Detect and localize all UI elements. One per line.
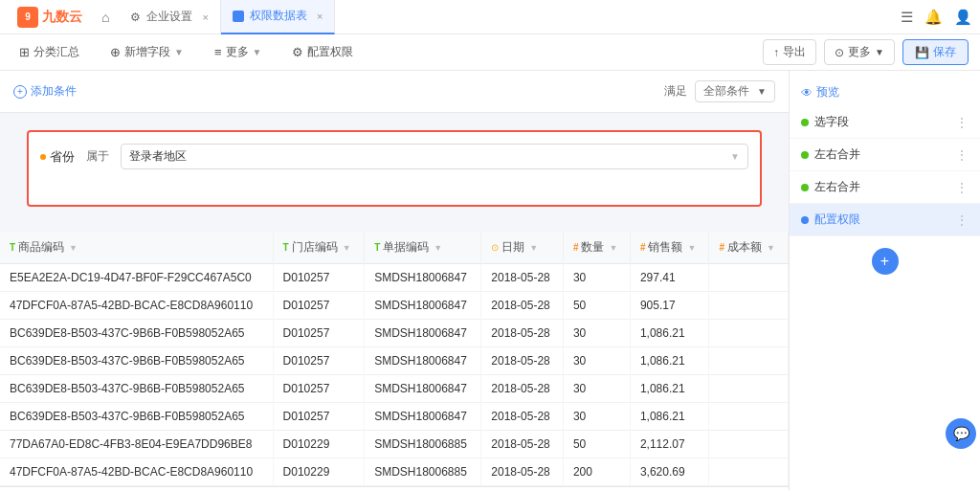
cell-r1-c5: 905.17 [630,292,709,320]
tab-permission[interactable]: 权限数据表 × [221,0,335,34]
add-condition-icon: + [13,85,27,99]
col-header-qty: # 数量 ▼ [563,232,630,264]
sort-icon-store[interactable]: ▼ [343,243,351,253]
tab-settings-icon: ⚙ [130,11,141,24]
sidebar-add-button[interactable]: + [872,248,899,275]
add-field-button[interactable]: ⊕ 新增字段 ▼ [102,40,191,64]
col-header-sales: # 销售额 ▼ [630,232,709,264]
bell-icon[interactable]: 🔔 [924,9,943,26]
add-condition-button[interactable]: + 添加条件 [13,83,77,100]
classify-icon: ⊞ [19,45,30,59]
col-type-icon-cost: # [719,242,724,253]
cell-r0-c1: D010257 [273,264,365,292]
preview-button[interactable]: 👁 预览 [790,78,980,106]
cell-r3-c0: BC639DE8-B503-437C-9B6B-F0B598052A65 [0,347,273,375]
cell-r7-c6 [709,458,789,486]
user-icon[interactable]: 👤 [954,9,972,26]
cell-r2-c0: BC639DE8-B503-437C-9B6B-F0B598052A65 [0,320,273,347]
chat-button[interactable]: 💬 [946,418,976,449]
more2-icon: ⊙ [835,46,844,59]
tab-permission-close[interactable]: × [317,11,323,22]
cell-r2-c1: D010257 [273,320,365,347]
preview-label: 预览 [816,84,839,100]
cell-r4-c1: D010257 [273,375,365,403]
more-label: 更多 [226,44,249,60]
sidebar-item-config-permission[interactable]: 配置权限 ⋮ [790,204,980,236]
col-type-icon-qty: # [573,242,579,253]
toolbar-more2-button[interactable]: ⊙ 更多 ▼ [824,39,895,65]
logo-text: 九数云 [42,9,82,26]
table-section: T 商品编码 ▼ T 门店编码 ▼ [0,232,789,486]
cell-r1-c4: 50 [563,292,630,320]
cell-r0-c0: E5EA2E2A-DC19-4D47-BF0F-F29CC467A5C0 [0,264,273,292]
table-row: 77DA67A0-ED8C-4FB3-8E04-E9EA7DD96BE8D010… [0,431,789,458]
save-label: 保存 [933,44,956,60]
sort-icon-order[interactable]: ▼ [434,243,442,253]
cell-r1-c1: D010257 [273,292,365,320]
sidebar-item-more[interactable]: ⋮ [955,212,969,228]
cell-r6-c3: 2018-05-28 [481,431,564,458]
col-type-icon-order: T [374,242,380,253]
sidebar-item-merge-lr-1[interactable]: 左右合并 ⋮ [790,139,980,171]
more-button[interactable]: ≡ 更多 ▼ [207,40,270,64]
col-label-order: 单据编码 [383,239,429,256]
cell-r6-c4: 50 [563,431,630,458]
sidebar-item-left: 左右合并 [801,179,860,195]
cell-r5-c4: 30 [563,403,630,431]
cell-r6-c2: SMDSH18006885 [365,431,481,458]
save-icon: 💾 [915,46,929,59]
col-label-product: 商品编码 [18,239,64,256]
cell-r4-c5: 1,086.21 [630,375,709,403]
sidebar-item-more[interactable]: ⋮ [955,115,969,130]
tab-settings[interactable]: ⚙ 企业设置 × [119,0,220,34]
sort-icon-cost[interactable]: ▼ [767,243,775,253]
table-row: 47DFCF0A-87A5-42BD-BCAC-E8CD8A960110D010… [0,292,789,320]
cell-r0-c5: 297.41 [630,264,709,292]
home-button[interactable]: ⌂ [92,10,119,25]
sidebar-panel: 👁 预览 选字段 ⋮ 左右合并 ⋮ 左右合并 ⋮ 配置权限 ⋮ + 💬 [789,71,980,491]
col-type-icon-date: ⊙ [491,242,499,253]
cell-r1-c2: SMDSH18006847 [365,292,481,320]
add-condition-label: 添加条件 [31,83,77,100]
sidebar-item-merge-lr-2[interactable]: 左右合并 ⋮ [790,171,980,204]
left-panel: + 添加条件 满足 全部条件 ▼ 省份 属于 [0,71,789,491]
condition-area: 省份 属于 登录者地区 ▼ [27,130,762,207]
sidebar-item-more[interactable]: ⋮ [955,147,969,163]
sort-icon-date[interactable]: ▼ [529,243,538,253]
sort-icon-product[interactable]: ▼ [69,243,78,253]
tab-settings-close[interactable]: × [202,11,208,23]
save-button[interactable]: 💾 保存 [902,39,969,65]
sidebar-dot [801,216,809,224]
config-icon: ⚙ [292,45,303,59]
sidebar-item-more[interactable]: ⋮ [955,180,969,195]
menu-icon[interactable]: ☰ [901,9,913,26]
cell-r4-c2: SMDSH18006847 [365,375,481,403]
condition-operator: 属于 [86,148,109,165]
export-label: 导出 [783,44,806,60]
logo: 9 九数云 [8,7,92,28]
sort-icon-qty[interactable]: ▼ [609,243,617,253]
export-button[interactable]: ↑ 导出 [763,39,816,65]
cell-r5-c5: 1,086.21 [630,403,709,431]
cell-r6-c5: 2,112.07 [630,431,709,458]
table-row: BC639DE8-B503-437C-9B6B-F0B598052A65D010… [0,403,789,431]
topbar: 9 九数云 ⌂ ⚙ 企业设置 × 权限数据表 × ☰ 🔔 👤 [0,0,980,34]
cell-r7-c3: 2018-05-28 [481,458,564,486]
cell-r7-c5: 3,620.69 [630,458,709,486]
data-table: T 商品编码 ▼ T 门店编码 ▼ [0,232,789,486]
add-field-label: 新增字段 [124,44,170,60]
col-label-sales: 销售额 [648,239,682,256]
cell-r1-c3: 2018-05-28 [481,292,564,320]
classify-button[interactable]: ⊞ 分类汇总 [11,40,87,64]
condition-value: 登录者地区 [129,148,187,165]
condition-value-select[interactable]: 登录者地区 ▼ [121,144,748,169]
cell-r5-c0: BC639DE8-B503-437C-9B6B-F0B598052A65 [0,403,273,431]
cell-r6-c1: D010229 [273,431,365,458]
col-header-cost: # 成本额 ▼ [709,232,789,264]
filter-section: + 添加条件 满足 全部条件 ▼ [0,71,789,113]
cell-r3-c3: 2018-05-28 [481,347,564,375]
condition-type-select[interactable]: 全部条件 ▼ [695,80,775,102]
sort-icon-sales[interactable]: ▼ [687,243,696,253]
config-button[interactable]: ⚙ 配置权限 [284,40,361,64]
sidebar-item-select-field[interactable]: 选字段 ⋮ [790,106,980,139]
